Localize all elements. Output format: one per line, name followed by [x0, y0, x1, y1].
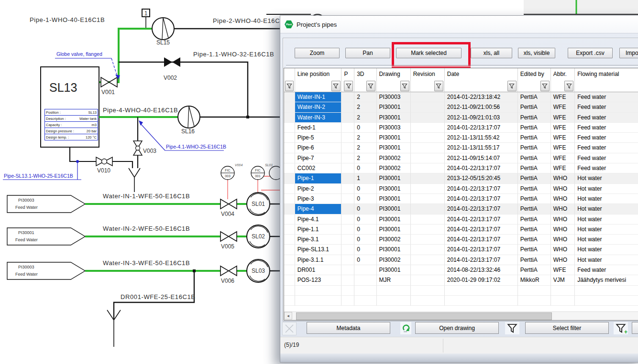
cell [575, 296, 638, 306]
table-row[interactable]: Pipe-11PI300012013-12-05/15:20:45PerttiA… [284, 173, 638, 183]
cell: PI30001 [377, 143, 411, 153]
filter-funnel-icon[interactable] [285, 81, 294, 91]
table-row[interactable]: Pipe-20PI300012014-01-22/13:17:07PerttiA… [284, 184, 638, 194]
column-header[interactable]: Date [445, 68, 518, 80]
cell: PerttiA [518, 265, 551, 275]
table-row[interactable]: CC0020PI300022014-01-22/13:17:07PerttiAW… [284, 163, 638, 173]
svg-text:Water-IN-1-WFE-50-E16C1B: Water-IN-1-WFE-50-E16C1B [103, 193, 190, 200]
table-row[interactable]: Pipe-4.10PI300012014-01-22/13:17:07Pertt… [284, 214, 638, 225]
open-drawing-button[interactable]: Open drawing [415, 322, 499, 334]
column-header[interactable] [284, 68, 295, 80]
filter-cell[interactable] [377, 80, 411, 92]
column-header[interactable]: Edited by [518, 68, 551, 80]
table-row[interactable]: Pipe-3.10PI300022014-01-22/13:17:07Pertt… [284, 235, 638, 245]
filter-cell[interactable] [445, 80, 518, 92]
screen: 1 Pipe-1-WHO-40-E16C1B Pipe-2-WHO-40-E16… [0, 0, 638, 364]
refresh-icon[interactable] [400, 322, 411, 334]
cell: WFE [551, 265, 575, 275]
table-row[interactable]: Feed-10PI300032014-01-22/13:17:07PerttiA… [284, 123, 638, 133]
cell [284, 163, 295, 173]
table-row[interactable]: Pipe-3.1.10PI300022014-01-22/13:17:07Per… [284, 255, 638, 265]
table-row[interactable]: Water-IN-22PI300012012-11-09/21:00:56Per… [284, 102, 638, 112]
filter-cell[interactable] [295, 80, 342, 92]
import-button[interactable]: Import [619, 48, 638, 58]
horizontal-scrollbar[interactable]: ◂ [284, 311, 638, 320]
table-row[interactable]: Pipe-62PI300012012-11-13/11:55:17PerttiA… [284, 143, 638, 153]
cell: Feed water [575, 102, 638, 112]
delete-disabled-icon [282, 322, 297, 335]
table-row[interactable]: Pipe-72PI300022012-11-09/15:14:07PerttiA… [284, 153, 638, 163]
cell: 2020-01-29 09:17:02 [445, 275, 518, 285]
cell: WHO [551, 173, 575, 183]
table-row[interactable]: Pipe-30PI300012014-01-22/13:17:07PerttiA… [284, 194, 638, 204]
cell: 2014-01-22/13:18:42 [445, 92, 518, 102]
cell: DR001 [295, 265, 342, 275]
cell [377, 296, 411, 306]
cell [341, 245, 354, 255]
column-header[interactable]: Line position [295, 68, 342, 80]
filter-funnel-icon[interactable] [540, 81, 550, 91]
cell: WHO [551, 194, 575, 204]
column-header[interactable]: Revision [411, 68, 445, 80]
valve-v003: V003 [133, 141, 156, 155]
xls-visible-button[interactable]: xls, visible [518, 48, 555, 58]
cell: Feed water [575, 133, 638, 143]
filter-funnel-icon[interactable] [434, 81, 443, 91]
filter-cell[interactable] [354, 80, 376, 92]
filter-cell[interactable] [551, 80, 575, 92]
cell: PI30001 [377, 173, 411, 183]
table-row[interactable]: Water-IN-12PI300032014-01-22/13:18:42Per… [284, 92, 638, 102]
cell: WFE [551, 153, 575, 163]
filter-funnel-icon[interactable] [564, 81, 573, 91]
cell [551, 296, 575, 306]
select-filter-button[interactable]: Select filter [525, 322, 609, 334]
table-row[interactable]: POS-123MJR2020-01-29 09:17:02MikkoRVJMJä… [284, 275, 638, 285]
cell: 0 [354, 184, 376, 194]
filter-cell[interactable] [411, 80, 445, 92]
export-csv-button[interactable]: Export .csv [568, 48, 613, 58]
cell [341, 235, 354, 245]
cell: PI30002 [377, 235, 411, 245]
cell: PI30001 [377, 102, 411, 112]
cell: 2014-01-22/13:17:07 [445, 245, 518, 255]
scroll-left-arrow-icon[interactable]: ◂ [284, 312, 292, 320]
dialog-titlebar[interactable]: Plant Project's pipes [280, 16, 638, 33]
add-filter-funnel-icon[interactable]: + [614, 322, 628, 334]
column-header[interactable]: P [341, 68, 354, 80]
filter-funnel-icon[interactable] [366, 81, 375, 91]
pan-button[interactable]: Pan [345, 48, 390, 58]
filter-cell[interactable] [284, 80, 295, 92]
table-row[interactable]: Pipe-1.10PI300012014-01-22/13:17:07Pertt… [284, 225, 638, 235]
cell: 2014-01-22/13:17:07 [445, 194, 518, 204]
filter-funnel-icon[interactable] [505, 322, 519, 334]
filter-funnel-icon[interactable] [400, 81, 409, 91]
filter-cell[interactable] [575, 80, 638, 92]
cell: WFE [551, 102, 575, 112]
filter-cell[interactable] [518, 80, 551, 92]
table-row[interactable]: Pipe-40PI300012014-01-22/13:17:07PerttiA… [284, 204, 638, 214]
pipe-sl13-1-line [70, 147, 132, 168]
filter-cell[interactable] [342, 80, 355, 92]
table-row[interactable]: Pipe-SL13.10PI300012014-01-22/13:17:07Pe… [284, 245, 638, 255]
svg-text:V004: V004 [235, 163, 242, 167]
table-row[interactable]: DR001PI300012014-08-22/13:32:46PerttiAWF… [284, 265, 638, 275]
column-header[interactable]: Abbr. [551, 68, 575, 80]
cutoff-button[interactable] [632, 322, 638, 334]
filter-funnel-icon[interactable] [331, 81, 341, 91]
table-row[interactable]: Water-IN-32PI300012012-11-09/21:01:03Per… [284, 113, 638, 123]
column-header[interactable]: Flowing material [575, 68, 638, 80]
table-row[interactable]: Pipe-52PI300012012-11-13/11:55:42PerttiA… [284, 133, 638, 143]
column-header[interactable]: 3D [354, 68, 376, 80]
filter-funnel-icon[interactable] [344, 81, 353, 91]
column-header[interactable]: Drawing [377, 68, 411, 80]
pipe-4-label: Pipe-4-WHO-40-E16C1B [103, 107, 178, 114]
cell [341, 194, 354, 204]
cell [411, 173, 445, 183]
filter-funnel-icon[interactable] [507, 81, 517, 91]
cell [411, 235, 445, 245]
svg-text:PI30003: PI30003 [18, 265, 34, 269]
zoom-button[interactable]: Zoom [295, 48, 340, 58]
xls-all-button[interactable]: xls, all [471, 48, 512, 58]
scrollbar-thumb[interactable] [296, 312, 552, 320]
metadata-button[interactable]: Metadata [307, 322, 390, 334]
